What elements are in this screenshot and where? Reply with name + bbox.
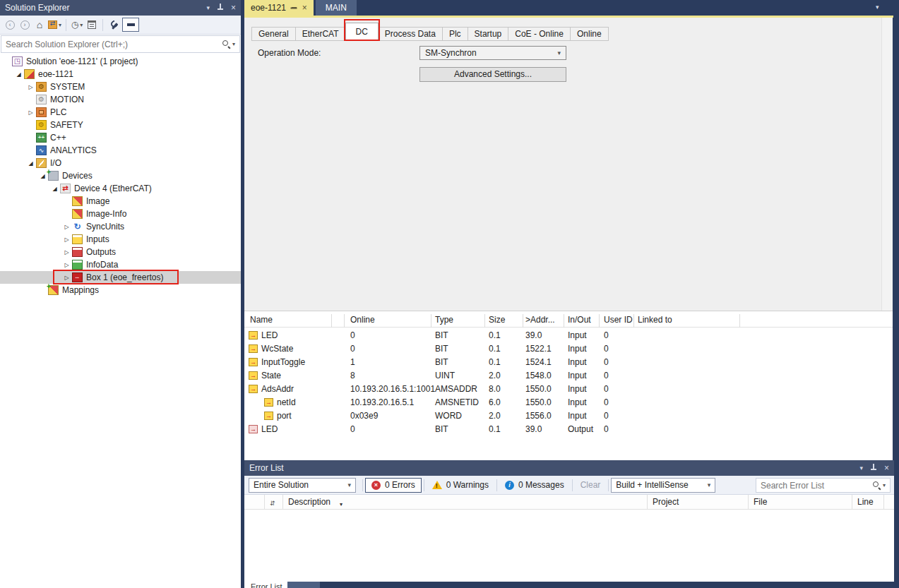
table-row[interactable]: LED 0 BIT 0.1 39.0 Output 0 — [244, 423, 893, 436]
column-separator[interactable] — [523, 314, 523, 328]
page-tab[interactable]: Online — [570, 27, 609, 41]
column-header-line[interactable]: Line — [857, 497, 874, 507]
expander-icon[interactable]: ▷ — [61, 262, 72, 268]
column-header-file[interactable]: File — [754, 497, 767, 507]
column-header-inout[interactable]: In/Out — [568, 315, 591, 325]
tree-item[interactable]: ◢ I/O — [0, 157, 241, 169]
close-icon[interactable] — [884, 464, 889, 472]
search-options-chevron-icon[interactable] — [232, 41, 235, 47]
table-row[interactable]: LED 0 BIT 0.1 39.0 Input 0 — [244, 329, 893, 342]
tree-item[interactable]: ▷ Outputs — [0, 246, 241, 258]
tree-item[interactable]: SAFETY — [0, 119, 241, 131]
expander-icon[interactable]: ▷ — [25, 84, 36, 90]
clear-button[interactable]: Clear — [575, 478, 607, 493]
table-row[interactable]: port 0x03e9 WORD 2.0 1556.0 Input 0 — [244, 409, 893, 423]
description-filter-chevron-icon[interactable] — [340, 498, 343, 508]
tree-item[interactable]: C++ — [0, 131, 241, 144]
window-position-icon[interactable] — [206, 5, 210, 11]
column-separator[interactable] — [564, 314, 564, 328]
scope-dropdown[interactable]: Entire Solution — [249, 478, 356, 493]
search-icon[interactable] — [222, 40, 231, 49]
column-separator[interactable] — [739, 314, 740, 328]
sync-active-document-icon[interactable] — [48, 18, 61, 32]
tree-item[interactable]: Image — [0, 195, 241, 208]
table-row[interactable]: State 8 UINT 2.0 1548.0 Input 0 — [244, 369, 893, 383]
column-separator[interactable] — [484, 314, 485, 328]
table-row[interactable]: InputToggle 1 BIT 0.1 1524.1 Input 0 — [244, 356, 893, 369]
table-row[interactable]: netId 10.193.20.16.5.1 AMSNETID 6.0 1550… — [244, 396, 893, 409]
expander-icon[interactable]: ▷ — [61, 275, 72, 281]
column-header-name[interactable]: Name — [250, 315, 273, 325]
document-list-chevron-icon[interactable] — [876, 4, 879, 11]
close-icon[interactable] — [231, 4, 236, 12]
tree-item[interactable]: ANALYTICS — [0, 144, 241, 157]
tree-item[interactable]: ◢ eoe-1121 — [0, 68, 241, 80]
back-icon[interactable]: ‹ — [4, 18, 16, 32]
column-separator[interactable] — [344, 314, 345, 328]
expander-icon[interactable]: ▷ — [61, 249, 72, 256]
page-tab[interactable]: Startup — [468, 27, 509, 41]
document-tab-eoe-1121[interactable]: eoe-1121 — [244, 0, 314, 16]
tree-item[interactable]: ▷ Inputs — [0, 233, 241, 246]
page-tab[interactable]: EtherCAT — [295, 27, 346, 41]
pin-icon[interactable] — [291, 4, 297, 12]
pending-changes-icon[interactable] — [71, 18, 83, 32]
home-icon[interactable] — [33, 18, 46, 32]
tree-item[interactable]: ▷ SyncUnits — [0, 220, 241, 233]
page-tab[interactable]: General — [251, 27, 296, 41]
tree-item[interactable]: ▷ SYSTEM — [0, 80, 241, 93]
page-tab[interactable]: CoE - Online — [508, 27, 571, 41]
page-tab[interactable]: Process Data — [378, 27, 443, 41]
close-icon[interactable] — [302, 4, 307, 12]
column-separator[interactable] — [431, 314, 431, 328]
errors-filter-button[interactable]: 0 Errors — [365, 478, 422, 493]
solution-search-input[interactable] — [6, 40, 222, 49]
forward-icon[interactable]: › — [18, 18, 31, 32]
bottom-tab-error-list[interactable]: Error List — [244, 582, 287, 588]
tree-item[interactable]: Solution 'eoe-1121' (1 project) — [0, 55, 241, 68]
build-filter-dropdown[interactable]: Build + IntelliSense — [611, 478, 715, 493]
vertical-scrollbar[interactable] — [881, 18, 892, 311]
solution-explorer-titlebar[interactable]: Solution Explorer — [0, 0, 241, 16]
tree-item[interactable]: ▷ InfoData — [0, 258, 241, 271]
page-tab[interactable]: Plc — [442, 27, 468, 41]
search-icon[interactable] — [872, 481, 881, 490]
expander-icon[interactable]: ▷ — [61, 224, 72, 230]
bottom-tab-partial[interactable] — [287, 582, 320, 588]
pin-icon[interactable] — [870, 464, 877, 472]
tree-item[interactable]: ▷ Box 1 (eoe_freertos) — [0, 271, 241, 284]
tree-item[interactable]: ◢ Device 4 (EtherCAT) — [0, 182, 241, 195]
error-list-search-input[interactable] — [761, 481, 872, 491]
column-separator[interactable] — [331, 314, 332, 328]
search-options-chevron-icon[interactable] — [883, 482, 886, 488]
column-header-type[interactable]: Type — [435, 315, 453, 325]
column-header-description[interactable]: Description — [288, 497, 331, 507]
solution-search-box[interactable] — [1, 35, 240, 53]
page-tab[interactable]: DC — [345, 23, 379, 41]
warnings-filter-button[interactable]: 0 Warnings — [427, 478, 494, 493]
expander-icon[interactable]: ◢ — [13, 71, 24, 78]
column-header-online[interactable]: Online — [350, 315, 375, 325]
pin-icon[interactable] — [217, 4, 224, 12]
tree-item[interactable]: MOTION — [0, 93, 241, 106]
expander-icon[interactable]: ▷ — [25, 109, 36, 116]
column-header-size[interactable]: Size — [489, 315, 505, 325]
collapse-all-icon[interactable] — [85, 18, 98, 32]
error-list-search-box[interactable] — [756, 478, 891, 493]
column-header-addr[interactable]: >Addr... — [525, 315, 555, 325]
properties-wrench-icon[interactable] — [107, 18, 120, 32]
messages-filter-button[interactable]: 0 Messages — [499, 478, 570, 493]
expander-icon[interactable]: ◢ — [49, 186, 60, 192]
expander-icon[interactable]: ◢ — [25, 160, 36, 167]
sort-icon[interactable] — [270, 498, 277, 505]
tree-item[interactable]: Image-Info — [0, 208, 241, 220]
tree-item[interactable]: ▷ PLC — [0, 106, 241, 119]
expander-icon[interactable]: ▷ — [61, 236, 72, 243]
operation-mode-dropdown[interactable]: SM-Synchron — [419, 46, 566, 60]
window-position-icon[interactable] — [859, 465, 863, 472]
column-separator[interactable] — [633, 314, 634, 328]
error-list-titlebar[interactable]: Error List — [244, 460, 894, 476]
tree-item[interactable]: ◢ Devices — [0, 169, 241, 182]
table-row[interactable]: AdsAddr 10.193.20.16.5.1:1001 AMSADDR 8.… — [244, 383, 893, 396]
table-row[interactable]: WcState 0 BIT 0.1 1522.1 Input 0 — [244, 342, 893, 356]
